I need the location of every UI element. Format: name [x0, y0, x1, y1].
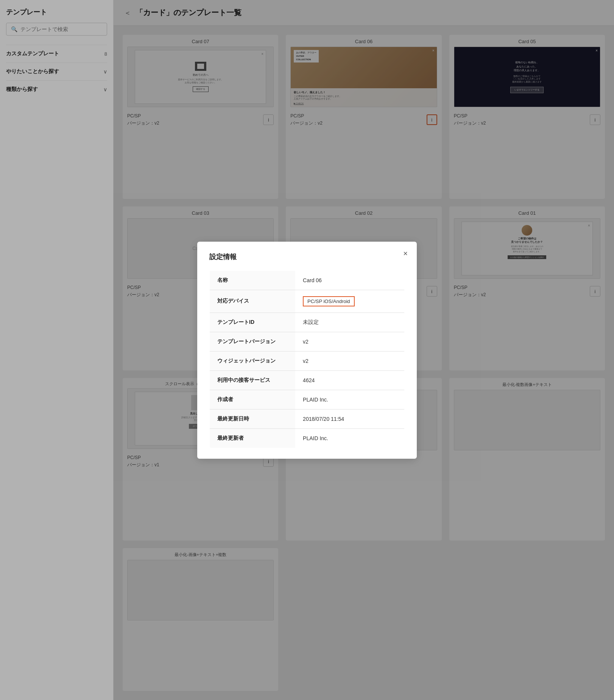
table-row: 利用中の接客サービス 4624 [210, 370, 405, 390]
modal-table: 名称 Card 06 対応デバイス PC/SP iOS/Android テンプレ… [209, 270, 405, 448]
row-value-author: PLAID Inc. [295, 390, 404, 409]
row-value-template-id: 未設定 [295, 312, 404, 332]
modal-close-button[interactable]: × [403, 249, 408, 258]
table-row: 最終更新者 PLAID Inc. [210, 428, 405, 448]
table-row: テンプレートID 未設定 [210, 312, 405, 332]
row-label-widget-version: ウィジェットバージョン [210, 351, 296, 370]
row-label-device: 対応デバイス [210, 290, 296, 312]
row-value-device: PC/SP iOS/Android [295, 290, 404, 312]
modal-overlay: 設定情報 × 名称 Card 06 対応デバイス PC/SP iOS/Andro… [0, 0, 614, 700]
table-row: 名称 Card 06 [210, 270, 405, 290]
table-row: 作成者 PLAID Inc. [210, 390, 405, 409]
row-label-updated-by: 最終更新者 [210, 428, 296, 448]
row-label-updated-at: 最終更新日時 [210, 409, 296, 428]
device-badge: PC/SP iOS/Android [303, 296, 354, 306]
modal-title: 設定情報 [209, 252, 405, 261]
row-label-author: 作成者 [210, 390, 296, 409]
row-value-template-version: v2 [295, 332, 404, 351]
row-value-widget-version: v2 [295, 351, 404, 370]
row-label-template-id: テンプレートID [210, 312, 296, 332]
settings-modal: 設定情報 × 名称 Card 06 対応デバイス PC/SP iOS/Andro… [197, 242, 417, 459]
table-row: テンプレートバージョン v2 [210, 332, 405, 351]
row-label-service: 利用中の接客サービス [210, 370, 296, 390]
row-label-template-version: テンプレートバージョン [210, 332, 296, 351]
row-value-name: Card 06 [295, 270, 404, 290]
row-label-name: 名称 [210, 270, 296, 290]
row-value-service: 4624 [295, 370, 404, 390]
table-row: ウィジェットバージョン v2 [210, 351, 405, 370]
row-value-updated-by: PLAID Inc. [295, 428, 404, 448]
table-row: 対応デバイス PC/SP iOS/Android [210, 290, 405, 312]
table-row: 最終更新日時 2018/07/20 11:54 [210, 409, 405, 428]
row-value-updated-at: 2018/07/20 11:54 [295, 409, 404, 428]
